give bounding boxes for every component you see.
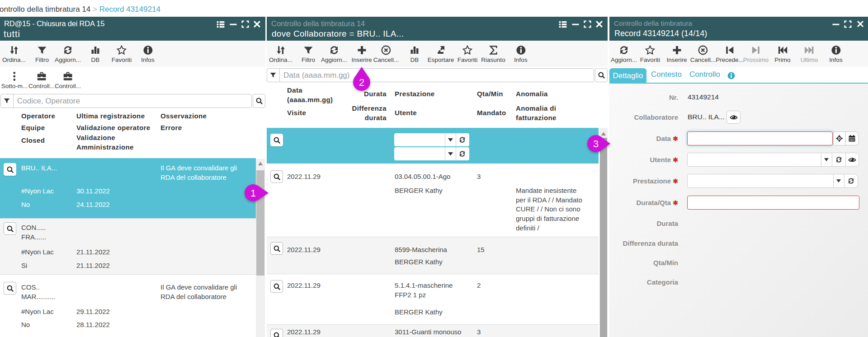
svg-text:1: 1	[250, 187, 256, 199]
svg-text:3: 3	[593, 138, 599, 150]
svg-text:2: 2	[359, 77, 364, 88]
